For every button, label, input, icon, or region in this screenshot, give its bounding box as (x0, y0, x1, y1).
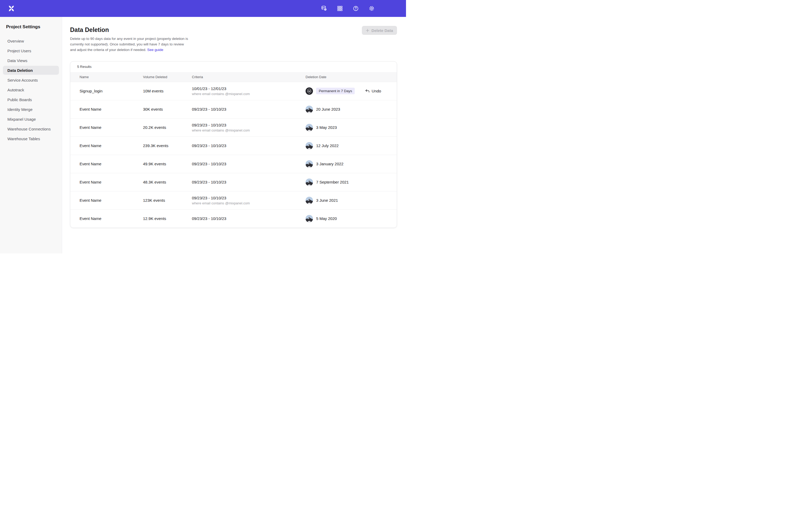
criteria-filter: where email contains @mixpanel.com (192, 201, 306, 205)
page-title: Data Deletion (70, 26, 190, 34)
row-volume: 12.9K events (143, 216, 192, 221)
user-avatar-image (306, 160, 313, 168)
sidebar-item-public-boards[interactable]: Public Boards (3, 95, 59, 104)
row-deletion-date: 20 June 2023 (306, 106, 397, 113)
sidebar-item-mixpanel-usage[interactable]: Mixpanel Usage (3, 115, 59, 124)
avatar (306, 124, 313, 131)
plus-icon (366, 29, 369, 32)
row-deletion-date: 12 July 2022 (306, 142, 397, 150)
deletion-date: 3 June 2021 (316, 198, 338, 203)
row-name: Event Name (80, 216, 143, 221)
top-bar (0, 0, 406, 17)
table-row: Event Name20.2K events09/23/23 - 10/10/2… (70, 118, 397, 136)
table-row: Event Name30K events09/23/23 - 10/10/232… (70, 100, 397, 118)
row-volume: 123K events (143, 198, 192, 203)
avatar (306, 142, 313, 150)
table-body: Signup_login10M events10/01/23 - 12/01/2… (70, 82, 397, 228)
row-criteria: 09/23/23 - 10/10/23 (192, 180, 306, 184)
undo-icon (365, 89, 370, 94)
user-avatar-image (306, 106, 313, 113)
row-criteria: 09/23/23 - 10/10/23 (192, 144, 306, 148)
data-connections-icon[interactable] (321, 5, 327, 12)
row-volume: 20.2K events (143, 125, 192, 130)
deletion-table-card: 5 Results Name Volume Deleted Criteria D… (70, 61, 397, 228)
user-avatar-image (306, 197, 313, 204)
table-row: Signup_login10M events10/01/23 - 12/01/2… (70, 82, 397, 100)
see-guide-link[interactable]: See guide (147, 48, 163, 52)
deletion-date: 20 June 2023 (316, 107, 340, 111)
topbar-icon-group (321, 5, 375, 12)
row-name: Event Name (80, 198, 143, 203)
settings-gear-icon[interactable] (368, 5, 375, 12)
row-volume: 48.3K events (143, 180, 192, 184)
row-deletion-date: 5 May 2020 (306, 215, 397, 222)
undo-label: Undo (372, 89, 381, 93)
row-deletion-date: 7 September 2021 (306, 178, 397, 186)
row-criteria: 09/23/23 - 10/10/23 (192, 216, 306, 221)
apps-grid-icon[interactable] (337, 5, 343, 12)
sidebar-item-data-deletion[interactable]: Data Deletion (3, 66, 59, 75)
row-deletion-date: 3 January 2022 (306, 160, 397, 168)
page-header: Data Deletion Delete up to 90 days data … (70, 26, 397, 53)
column-header-name: Name (80, 75, 143, 79)
undo-button[interactable]: Undo (365, 89, 381, 94)
column-header-criteria: Criteria (192, 75, 306, 79)
table-row: Event Name48.3K events09/23/23 - 10/10/2… (70, 173, 397, 191)
avatar (306, 197, 313, 204)
criteria-date-range: 10/01/23 - 12/01/23 (192, 87, 306, 91)
user-avatar-image (306, 215, 313, 222)
sidebar-item-warehouse-connections[interactable]: Warehouse Connections (3, 124, 59, 133)
row-name: Event Name (80, 125, 143, 130)
sidebar-item-warehouse-tables[interactable]: Warehouse Tables (3, 134, 59, 143)
results-count: 5 Results (70, 61, 397, 72)
avatar (306, 106, 313, 113)
row-volume: 10M events (143, 89, 192, 93)
criteria-date-range: 09/23/23 - 10/10/23 (192, 180, 306, 184)
criteria-date-range: 09/23/23 - 10/10/23 (192, 162, 306, 166)
row-deletion-date: Permanent in 7 DaysUndo (306, 88, 397, 95)
row-criteria: 09/23/23 - 10/10/23where email contains … (192, 196, 306, 205)
page-description-text: Delete up to 90 days data for any event … (70, 37, 188, 52)
page-description: Delete up to 90 days data for any event … (70, 36, 190, 53)
user-avatar-image (306, 124, 313, 131)
sidebar-item-project-users[interactable]: Project Users (3, 46, 59, 55)
column-header-volume: Volume Deleted (143, 75, 192, 79)
sidebar-item-data-views[interactable]: Data Views (3, 56, 59, 65)
sidebar: Project Settings OverviewProject UsersDa… (0, 17, 62, 253)
table-row: Event Name239.3K events09/23/23 - 10/10/… (70, 136, 397, 155)
criteria-date-range: 09/23/23 - 10/10/23 (192, 123, 306, 127)
sidebar-item-autotrack[interactable]: Autotrack (3, 85, 59, 94)
page-header-text: Data Deletion Delete up to 90 days data … (70, 26, 190, 53)
sidebar-title: Project Settings (0, 24, 62, 30)
avatar (306, 215, 313, 222)
row-name: Signup_login (80, 89, 143, 93)
table-row: Event Name12.9K events09/23/23 - 10/10/2… (70, 209, 397, 228)
criteria-filter: where email contains @mixpanel.com (192, 128, 306, 132)
sidebar-nav: OverviewProject UsersData ViewsData Dele… (0, 37, 62, 143)
criteria-date-range: 09/23/23 - 10/10/23 (192, 107, 306, 111)
delete-data-button[interactable]: Delete Data (362, 26, 397, 35)
sidebar-item-overview[interactable]: Overview (3, 37, 59, 45)
criteria-date-range: 09/23/23 - 10/10/23 (192, 144, 306, 148)
row-volume: 239.3K events (143, 144, 192, 148)
row-criteria: 09/23/23 - 10/10/23 (192, 107, 306, 111)
table-header-row: Name Volume Deleted Criteria Deletion Da… (70, 72, 397, 82)
row-deletion-date: 3 May 2023 (306, 124, 397, 131)
sidebar-item-service-accounts[interactable]: Service Accounts (3, 75, 59, 84)
row-volume: 49.9K events (143, 162, 192, 166)
delete-data-label: Delete Data (371, 28, 393, 33)
row-volume: 30K events (143, 107, 192, 111)
sidebar-item-identity-merge[interactable]: Identity Merge (3, 105, 59, 114)
row-name: Event Name (80, 107, 143, 111)
row-name: Event Name (80, 180, 143, 184)
app-shell: Project Settings OverviewProject UsersDa… (0, 17, 406, 253)
permanent-badge: Permanent in 7 Days (316, 88, 355, 94)
mixpanel-logo-icon[interactable] (8, 5, 15, 12)
help-icon[interactable] (353, 5, 359, 12)
deletion-date: 3 January 2022 (316, 162, 343, 166)
avatar (306, 160, 313, 168)
row-criteria: 09/23/23 - 10/10/23where email contains … (192, 123, 306, 132)
criteria-filter: where email contains @mixpanel.com (192, 92, 306, 96)
criteria-date-range: 09/23/23 - 10/10/23 (192, 216, 306, 221)
deletion-date: 3 May 2023 (316, 125, 337, 130)
